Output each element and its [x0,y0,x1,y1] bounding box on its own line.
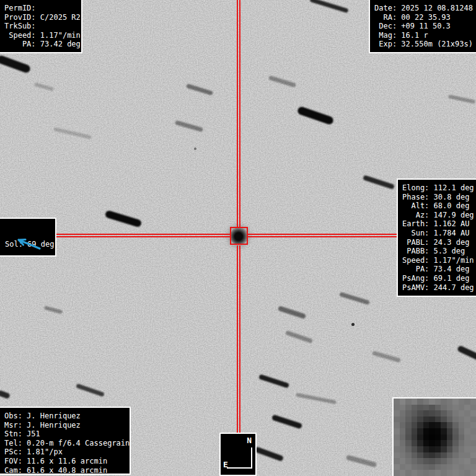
inset-pixel [470,399,476,405]
inset-pixel [441,458,447,464]
inset-pixel [429,422,435,428]
panel-line: Dec: +09 11 50.3 [374,22,476,31]
inset-pixel [441,434,447,441]
inset-pixel [429,434,435,441]
panel-line: Msr: J. Henriquez [4,421,130,430]
inset-pixel [429,452,435,459]
panel-line: PsAMV: 244.7 deg [402,283,476,293]
inset-pixel [447,399,453,405]
panel-astrometry: Date: 2025 12 08.81248 RA: 00 22 35.93 D… [369,0,476,53]
inset-pixel [452,410,459,416]
inset-pixel [394,470,400,476]
panel-line: Mag: 16.1 r [374,31,476,40]
inset-pixel [470,458,476,464]
inset-pixel [470,416,476,423]
astro-image-viewer[interactable]: PermID:ProvID: C/2025 R2TrkSub: Speed: 1… [0,0,476,476]
inset-pixel [441,464,447,470]
inset-pixel [459,434,465,441]
inset-pixel [447,470,453,476]
inset-pixel [412,422,418,428]
inset-pixel [394,458,400,464]
inset-pixel [412,452,418,459]
inset-pixel [441,452,447,459]
inset-pixel [417,399,423,405]
inset-pixel [459,405,465,411]
inset-pixel [435,470,441,476]
inset-pixel [452,458,459,464]
panel-observer-info: Obs: J. HenriquezMsr: J. HenriquezStn: J… [0,407,131,475]
inset-pixel [447,464,453,470]
inset-pixel [394,464,400,470]
inset-pixel [429,405,435,411]
panel-sun-direction: Sol: 69 deg [0,218,56,257]
inset-pixel [429,440,435,446]
inset-pixel [459,446,465,452]
inset-pixel [412,434,418,441]
inset-pixel [464,458,470,464]
inset-pixel [452,405,459,411]
inset-pixel [394,440,400,446]
panel-line: Cam: 61.6 x 40.8 arcmin [4,466,130,475]
inset-pixel [417,405,423,411]
panel-line: Sun: 1.784 AU [402,229,476,238]
inset-pixel [412,405,418,411]
inset-pixel [459,464,465,470]
inset-pixel [447,452,453,459]
inset-pixel [400,464,406,470]
inset-pixel [452,464,459,470]
inset-pixel [459,416,465,423]
panel-line: Exp: 32.550m (21x93s) [374,40,476,49]
inset-pixel [423,458,430,464]
inset-pixel [464,422,470,428]
inset-pixel [405,464,412,470]
inset-pixel [429,428,435,434]
panel-line: PABL: 24.3 deg [402,238,476,247]
inset-pixel [452,399,459,405]
panel-ephemeris: Elong: 112.1 degPhase: 30.8 deg Alt: 68.… [397,178,476,297]
inset-pixel [423,410,430,416]
inset-pixel [405,470,412,476]
inset-pixel [423,428,430,434]
inset-pixel [400,405,406,411]
inset-pixel [394,434,400,441]
inset-pixel [459,470,465,476]
inset-pixel [400,470,406,476]
inset-pixel [412,464,418,470]
inset-pixel [405,410,412,416]
inset-pixel [441,440,447,446]
inset-pixel [470,422,476,428]
inset-pixel [429,458,435,464]
inset-pixel [429,410,435,416]
inset-pixel [441,410,447,416]
inset-pixel [417,470,423,476]
inset-pixel [452,422,459,428]
inset-pixel [470,434,476,441]
inset-pixel [435,446,441,452]
inset-pixel [400,428,406,434]
inset-pixel [405,440,412,446]
panel-line: PA: 73.4 deg [402,265,476,274]
inset-pixel [394,422,400,428]
compass-north-label: N [247,436,252,446]
inset-pixel [405,405,412,411]
inset-pixel [459,440,465,446]
inset-pixel [441,422,447,428]
inset-pixel [464,446,470,452]
inset-pixel [405,416,412,423]
inset-pixel [394,428,400,434]
inset-pixel [464,416,470,423]
inset-pixel [464,428,470,434]
panel-line: RA: 00 22 35.93 [374,13,476,22]
inset-pixel [459,422,465,428]
inset-pixel [417,410,423,416]
inset-pixel [412,446,418,452]
inset-pixel [441,470,447,476]
inset-pixel [417,458,423,464]
panel-line: PsAng: 69.1 deg [402,274,476,283]
inset-pixel [417,440,423,446]
inset-pixel [464,452,470,459]
inset-pixel [405,458,412,464]
inset-pixel [447,410,453,416]
inset-pixel [417,428,423,434]
panel-line: Az: 147.9 deg [402,211,476,220]
